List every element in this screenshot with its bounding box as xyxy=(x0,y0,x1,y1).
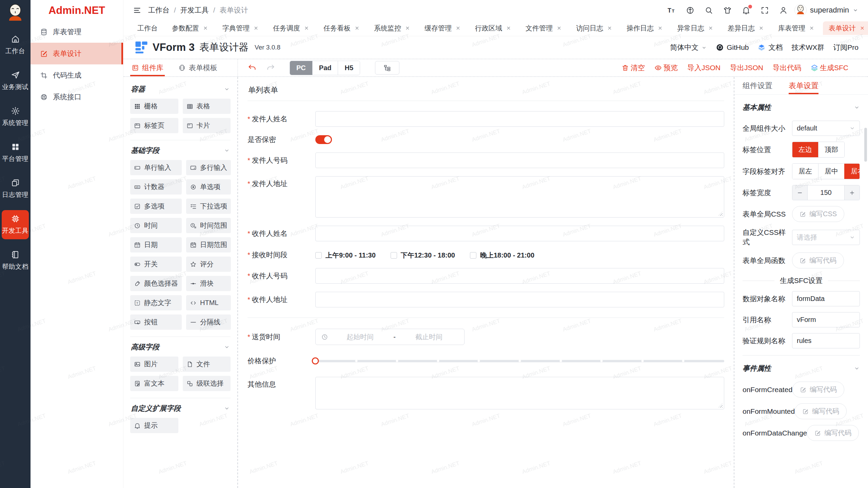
field-sender-phone[interactable]: *发件人号码 xyxy=(248,152,724,168)
segment-option[interactable]: 左边 xyxy=(792,142,818,157)
widget-静态文字[interactable]: T 静态文字 xyxy=(130,295,182,310)
theme-icon[interactable] xyxy=(723,6,732,15)
field-receiver-addr[interactable]: *收件人地址 xyxy=(248,292,724,307)
edit-code-button[interactable]: 编写代码 xyxy=(792,252,844,268)
page-tab[interactable]: 库表管理 xyxy=(772,21,820,35)
close-icon[interactable] xyxy=(758,25,764,31)
close-icon[interactable] xyxy=(203,25,208,31)
checkbox-evening[interactable]: 晚上18:00 - 21:00 xyxy=(470,251,534,260)
widget-滑块[interactable]: 滑块 xyxy=(186,276,231,291)
increase-button[interactable] xyxy=(845,185,860,200)
export-code-button[interactable]: 导出代码 xyxy=(773,63,801,73)
secret-toggle[interactable] xyxy=(315,135,332,144)
design-canvas[interactable]: 单列表单 *发件人姓名 是否保密 *发件人号码 *发件人地址 xyxy=(237,77,734,488)
github-link[interactable]: GitHub xyxy=(716,43,749,52)
field-sender-addr[interactable]: *发件人地址 xyxy=(248,176,724,218)
palette-tab-templates[interactable]: 表单模板 xyxy=(178,59,217,76)
field-receiver-phone[interactable]: *收件人号码 xyxy=(248,268,724,284)
checkbox-afternoon[interactable]: 下午12:30 - 18:00 xyxy=(391,251,455,260)
sfc-input[interactable]: formData xyxy=(792,291,860,306)
widget-文件[interactable]: 文件 xyxy=(183,357,231,372)
import-json-button[interactable]: 导入JSON xyxy=(687,63,721,73)
section-basic-props[interactable]: 基本属性 xyxy=(743,96,860,115)
widget-颜色选择器[interactable]: 颜色选择器 xyxy=(130,276,182,291)
field-receiver-name[interactable]: *收件人姓名 xyxy=(248,226,724,241)
close-icon[interactable] xyxy=(405,25,410,31)
close-icon[interactable] xyxy=(860,25,865,31)
device-h5-button[interactable]: H5 xyxy=(338,61,360,75)
palette-section-header[interactable]: 自定义扩展字段 xyxy=(130,398,231,418)
subscribe-pro-link[interactable]: 订阅Pro xyxy=(833,43,859,52)
page-tab[interactable]: 缓存管理 xyxy=(419,21,467,35)
resize-handle[interactable] xyxy=(718,211,723,216)
page-tab[interactable]: 任务调度 xyxy=(267,21,315,35)
sender-name-input[interactable] xyxy=(315,111,724,127)
widget-图片[interactable]: 图片 xyxy=(130,357,178,372)
palette-tab-widgets[interactable]: 组件库 xyxy=(132,59,163,76)
close-icon[interactable] xyxy=(809,25,814,31)
edit-code-button[interactable]: 编写代码 xyxy=(807,425,859,441)
slider-handle[interactable] xyxy=(312,358,319,365)
segment-option[interactable]: 顶部 xyxy=(818,142,844,157)
receiver-name-input[interactable] xyxy=(315,226,724,241)
node-tree-button[interactable] xyxy=(375,61,399,75)
rail-item-workbench[interactable]: 工作台 xyxy=(2,30,29,60)
rail-item-system-mgmt[interactable]: 系统管理 xyxy=(2,102,29,131)
rail-item-dev-tools[interactable]: 开发工具 xyxy=(2,210,29,239)
settings-tab-widget[interactable]: 组件设置 xyxy=(743,77,772,94)
breadcrumb-item[interactable]: 开发工具 xyxy=(180,5,209,15)
app-logo[interactable] xyxy=(5,3,26,24)
edit-code-button[interactable]: 编写代码 xyxy=(795,403,847,419)
page-tab[interactable]: 表单设计 xyxy=(823,21,868,35)
language-icon[interactable] xyxy=(686,6,694,15)
font-size-icon[interactable]: TT xyxy=(667,6,676,15)
page-tab[interactable]: 操作日志 xyxy=(621,21,669,35)
other-info-textarea[interactable] xyxy=(315,377,724,409)
widget-HTML[interactable]: HTML xyxy=(186,295,231,310)
field-sender-name[interactable]: *发件人姓名 xyxy=(248,111,724,127)
widget-多行输入[interactable]: 多行输入 xyxy=(186,160,231,175)
close-icon[interactable] xyxy=(506,25,511,31)
sender-addr-textarea[interactable] xyxy=(315,176,724,218)
widget-下拉选项[interactable]: 下拉选项 xyxy=(186,199,231,214)
widget-按钮[interactable]: 按钮 xyxy=(130,314,182,330)
palette-section-header[interactable]: 高级字段 xyxy=(130,337,231,357)
sidebar-item-form-design[interactable]: 表单设计 xyxy=(31,43,123,64)
widget-时间[interactable]: 时间 xyxy=(130,218,182,233)
field-price-protect[interactable]: 价格保护 xyxy=(248,353,724,369)
global-size-select[interactable]: default xyxy=(792,121,860,136)
breadcrumb-item[interactable]: 工作台 xyxy=(148,5,170,15)
decrease-button[interactable] xyxy=(792,185,807,200)
export-json-button[interactable]: 导出JSON xyxy=(730,63,763,73)
sidebar-item-code-gen[interactable]: 代码生成 xyxy=(31,64,123,86)
page-tab[interactable]: 行政区域 xyxy=(469,21,517,35)
segment-option[interactable]: 居中 xyxy=(818,164,844,179)
page-tab[interactable]: 差异日志 xyxy=(722,21,770,35)
widget-日期[interactable]: 19 日期 xyxy=(130,237,182,252)
close-icon[interactable] xyxy=(354,25,360,31)
user-menu[interactable]: superadmin xyxy=(794,4,859,16)
generate-sfc-button[interactable]: 生成SFC xyxy=(811,63,848,73)
close-icon[interactable] xyxy=(304,25,309,31)
delivery-time-range-picker[interactable]: 起始时间 - 截止时间 xyxy=(315,329,465,345)
segment-option[interactable]: 居右 xyxy=(844,164,860,179)
widget-标签页[interactable]: 标签页 xyxy=(130,118,178,133)
device-pc-button[interactable]: PC xyxy=(290,61,312,75)
settings-scrollbar[interactable] xyxy=(864,128,867,162)
close-icon[interactable] xyxy=(708,25,713,31)
close-icon[interactable] xyxy=(556,25,562,31)
checkbox-morning[interactable]: 上午9:00 - 11:30 xyxy=(315,251,376,260)
widget-计数器[interactable]: 123 计数器 xyxy=(130,179,182,195)
notifications-icon[interactable] xyxy=(742,6,750,15)
close-icon[interactable] xyxy=(657,25,663,31)
widget-单行输入[interactable]: 单行输入 xyxy=(130,160,182,175)
language-select[interactable]: 简体中文 xyxy=(670,43,707,52)
sfc-input[interactable]: rules xyxy=(792,333,860,348)
fullscreen-icon[interactable] xyxy=(761,6,769,15)
edit-css-button[interactable]: 编写CSS xyxy=(792,206,844,222)
widget-提示[interactable]: 提示 xyxy=(130,418,178,433)
close-icon[interactable] xyxy=(607,25,612,31)
widget-时间范围[interactable]: 时间范围 xyxy=(186,218,231,233)
rail-item-biz-test[interactable]: 业务测试 xyxy=(2,66,29,96)
edit-code-button[interactable]: 编写代码 xyxy=(792,382,844,398)
